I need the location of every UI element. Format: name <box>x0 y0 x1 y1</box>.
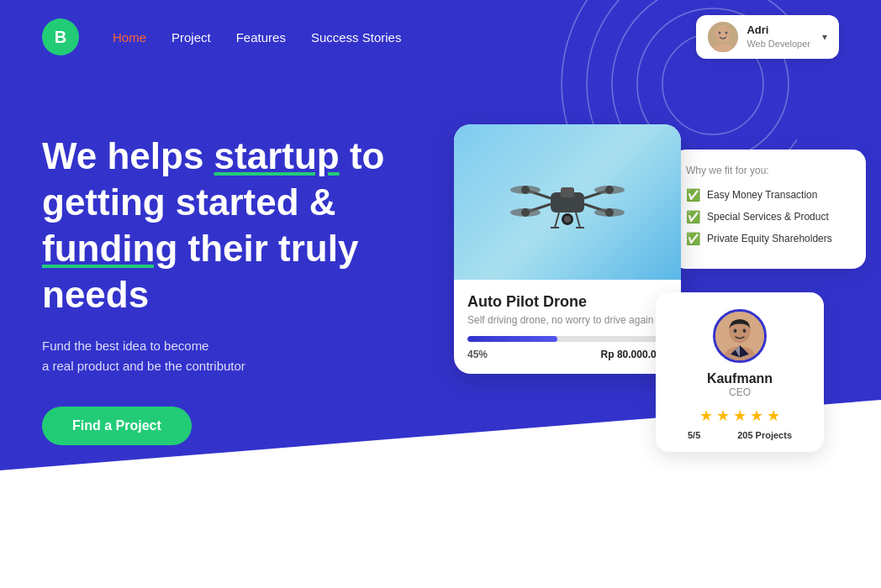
user-name: Adri <box>746 24 810 38</box>
ceo-rating: 5/5 <box>688 430 700 440</box>
star-3: ★ <box>733 407 746 425</box>
svg-point-25 <box>564 216 571 223</box>
ceo-projects: 205 Projects <box>737 430 792 440</box>
avatar <box>708 22 738 52</box>
nav-features[interactable]: Features <box>236 30 286 45</box>
svg-point-8 <box>719 32 721 34</box>
why-fit-item-1: ✅ Easy Money Transaction <box>686 188 852 202</box>
why-fit-card: Why we fit for you: ✅ Easy Money Transac… <box>673 150 866 269</box>
startup-highlight: startup <box>214 135 340 176</box>
why-fit-title: Why we fit for you: <box>686 165 852 176</box>
logo[interactable]: B <box>42 18 79 55</box>
svg-point-20 <box>521 186 530 194</box>
user-profile[interactable]: Adri Web Developer ▾ <box>696 15 839 59</box>
star-rating: ★ ★ ★ ★ ★ <box>669 407 810 425</box>
svg-point-23 <box>605 208 614 217</box>
check-icon-1: ✅ <box>686 188 700 202</box>
star-5: ★ <box>767 407 780 425</box>
nav-links: Home Project Features Success Stories <box>113 30 401 45</box>
ceo-role: CEO <box>669 386 810 398</box>
nav-success-stories[interactable]: Success Stories <box>311 30 402 45</box>
nav-left: B Home Project Features Success Stories <box>42 18 401 55</box>
hero-content: We helps startup to getting started & fu… <box>0 74 881 477</box>
svg-point-21 <box>605 186 614 194</box>
funding-highlight: funding <box>42 228 177 269</box>
hero-text: We helps startup to getting started & fu… <box>42 124 395 445</box>
check-icon-3: ✅ <box>686 232 700 245</box>
svg-point-34 <box>743 328 746 333</box>
star-4: ★ <box>750 407 763 425</box>
svg-line-27 <box>576 213 580 228</box>
hero-subtitle: Fund the best idea to become a real prod… <box>42 336 395 376</box>
ceo-name: Kaufmann <box>669 371 810 386</box>
project-card-image <box>454 124 681 280</box>
check-icon-2: ✅ <box>686 210 700 223</box>
progress-bar <box>467 336 667 342</box>
svg-point-22 <box>521 208 530 217</box>
project-percent: 45% <box>467 349 488 360</box>
why-fit-item-2: ✅ Special Services & Product <box>686 210 852 223</box>
svg-line-26 <box>555 213 559 228</box>
navbar: B Home Project Features Success Stories … <box>0 0 881 74</box>
ceo-avatar <box>713 309 767 363</box>
hero-title: We helps startup to getting started & fu… <box>42 133 395 318</box>
ceo-stats: 5/5 205 Projects <box>669 430 810 440</box>
project-subtitle: Self driving drone, no worry to drive ag… <box>467 314 667 326</box>
svg-point-6 <box>715 25 731 42</box>
project-stats: 45% Rp 80.000.000 <box>467 349 667 360</box>
star-1: ★ <box>699 407 713 425</box>
star-2: ★ <box>716 407 730 425</box>
drone-image <box>500 144 635 261</box>
nav-project[interactable]: Project <box>171 30 211 45</box>
svg-point-33 <box>734 328 737 333</box>
project-title: Auto Pilot Drone <box>467 293 667 311</box>
user-info: Adri Web Developer <box>746 24 810 50</box>
progress-bar-fill <box>467 336 557 342</box>
cards-area: Why we fit for you: ✅ Easy Money Transac… <box>446 124 839 477</box>
user-role: Web Developer <box>746 38 810 50</box>
ceo-card: Kaufmann CEO ★ ★ ★ ★ ★ 5/5 205 Projects <box>656 292 824 452</box>
svg-point-9 <box>725 32 728 34</box>
nav-home[interactable]: Home <box>113 30 146 45</box>
find-project-button[interactable]: Find a Project <box>42 407 192 445</box>
project-card[interactable]: Auto Pilot Drone Self driving drone, no … <box>454 124 681 374</box>
project-card-body: Auto Pilot Drone Self driving drone, no … <box>454 280 681 374</box>
chevron-down-icon: ▾ <box>822 31 827 43</box>
why-fit-item-3: ✅ Private Equity Shareholders <box>686 232 852 245</box>
svg-rect-11 <box>561 187 574 197</box>
